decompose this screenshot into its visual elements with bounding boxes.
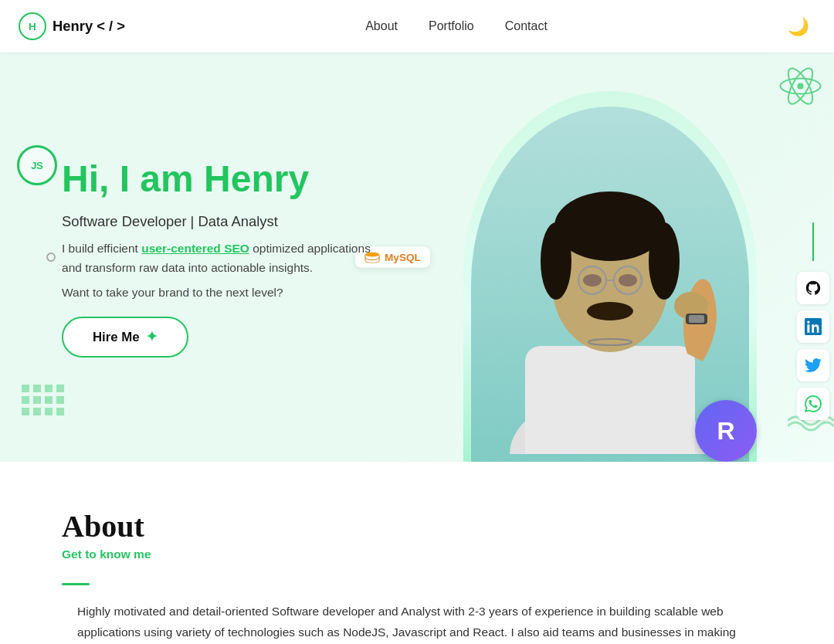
nav-link-portfolio[interactable]: Portfolio	[429, 19, 474, 32]
navbar: H Henry < / > About Portfolio Contact 🌙	[0, 0, 834, 53]
hero-section: JS Hi, I am Henry Software Developer | D…	[0, 53, 834, 462]
theme-toggle-button[interactable]: 🌙	[788, 16, 809, 37]
linkedin-icon	[805, 318, 822, 335]
hire-btn-icon: ✦	[146, 329, 158, 345]
react-icon-decoration	[779, 65, 822, 116]
about-divider	[62, 583, 90, 585]
svg-point-5	[541, 222, 571, 300]
hire-btn-label: Hire Me	[93, 330, 140, 345]
logo-icon: H	[19, 12, 46, 40]
person-image	[479, 114, 741, 454]
greeting-prefix: Hi, I am	[62, 158, 204, 199]
svg-rect-1	[525, 346, 695, 454]
hero-description: I build efficient user-centered SEO opti…	[62, 239, 371, 278]
nav-link-contact[interactable]: Contact	[505, 19, 548, 32]
nav-link-about[interactable]: About	[365, 19, 398, 32]
logo-text: Henry < / >	[53, 18, 125, 35]
svg-point-7	[583, 274, 602, 286]
hire-me-button[interactable]: Hire Me ✦	[62, 317, 188, 358]
desc-highlight: user-centered SEO	[141, 242, 249, 255]
twitter-button[interactable]	[797, 349, 829, 381]
nav-links: About Portfolio Contact	[365, 19, 548, 33]
hero-photo-area: MySQL R	[448, 53, 772, 462]
svg-point-8	[619, 274, 637, 286]
hero-name: Henry	[204, 158, 309, 199]
about-body: Highly motivated and detail-oriented Sof…	[62, 601, 757, 644]
social-line	[812, 222, 814, 261]
r-badge: R	[695, 400, 757, 462]
whatsapp-icon	[805, 395, 822, 412]
nav-item-about[interactable]: About	[365, 19, 398, 33]
nav-logo[interactable]: H Henry < / >	[19, 12, 125, 40]
svg-point-21	[798, 83, 804, 90]
nav-item-portfolio[interactable]: Portfolio	[429, 19, 474, 33]
hero-greeting: Hi, I am Henry	[62, 157, 371, 202]
svg-rect-16	[689, 315, 704, 323]
hero-content: Hi, I am Henry Software Developer | Data…	[0, 110, 432, 404]
hero-cta-text: Want to take your brand to the next leve…	[62, 286, 371, 300]
github-button[interactable]	[797, 272, 829, 304]
github-icon	[805, 280, 822, 297]
about-section: About Get to know me Highly motivated an…	[0, 462, 834, 644]
twitter-icon	[805, 357, 822, 374]
svg-point-12	[587, 302, 633, 320]
desc-plain: I build efficient	[62, 242, 141, 255]
nav-item-contact[interactable]: Contact	[505, 19, 548, 33]
svg-point-6	[649, 222, 680, 300]
hero-subtitle: Software Developer | Data Analyst	[62, 213, 371, 230]
about-subtitle: Get to know me	[62, 547, 772, 561]
social-sidebar	[792, 213, 834, 431]
svg-point-4	[554, 192, 666, 261]
linkedin-button[interactable]	[797, 310, 829, 343]
whatsapp-button[interactable]	[797, 388, 829, 420]
r-label: R	[717, 417, 734, 446]
about-title: About	[62, 508, 772, 544]
